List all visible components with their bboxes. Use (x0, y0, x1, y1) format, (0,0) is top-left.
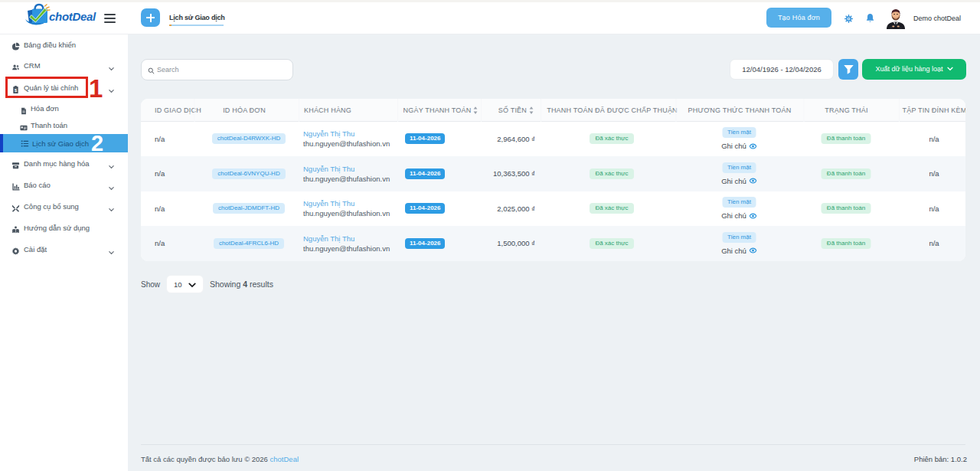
svg-text:chotDeal: chotDeal (49, 10, 96, 23)
